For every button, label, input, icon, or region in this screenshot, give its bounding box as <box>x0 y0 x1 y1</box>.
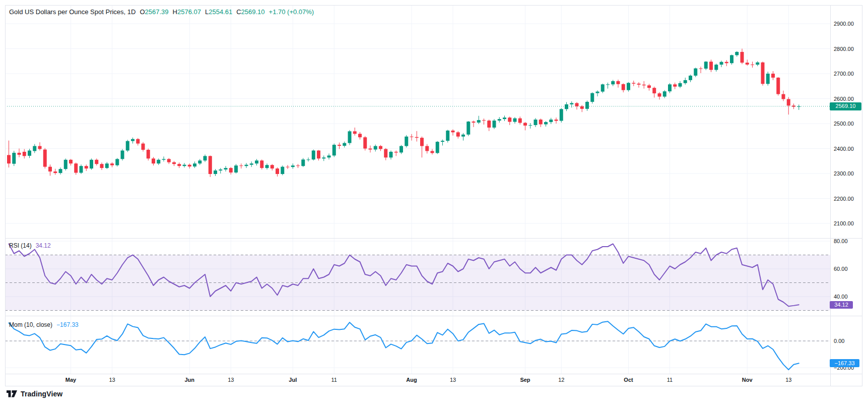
change-value: +1.70 (+0.07%) <box>269 8 314 16</box>
tradingview-logo-icon <box>7 390 17 397</box>
tradingview-watermark[interactable]: TradingView <box>7 390 62 398</box>
symbol-legend: Gold US Dollars per Ounce Spot Prices, 1… <box>9 8 314 16</box>
mom-indicator-value: −167.33 <box>56 321 79 328</box>
last-price-badge: 2569.10 <box>830 102 861 110</box>
rsi-indicator-label[interactable]: RSI (14) 34.12 <box>9 242 51 249</box>
mom-indicator-name: Mom (10, close) <box>9 321 52 328</box>
rsi-indicator-name: RSI (14) <box>9 242 32 249</box>
trading-chart-window: 2900.002800.002700.002600.002500.002400.… <box>0 0 868 405</box>
chart-canvas[interactable] <box>0 0 868 405</box>
ohlc-open: O2567.39 <box>140 8 168 16</box>
gridlines <box>5 5 830 374</box>
ohlc-low: L2554.61 <box>205 8 232 16</box>
candlestick-series <box>7 49 800 177</box>
chart-border <box>6 6 862 386</box>
mom-value-badge: −167.33 <box>830 359 859 367</box>
tradingview-brand-text: TradingView <box>21 390 62 398</box>
ohlc-high: H2576.07 <box>173 8 201 16</box>
mom-line <box>9 321 799 370</box>
mom-indicator-label[interactable]: Mom (10, close) −167.33 <box>9 321 79 328</box>
symbol-title[interactable]: Gold US Dollars per Ounce Spot Prices, 1… <box>9 8 136 16</box>
rsi-value-badge: 34.12 <box>830 301 853 309</box>
rsi-indicator-value: 34.12 <box>36 242 51 249</box>
ohlc-close: C2569.10 <box>236 8 264 16</box>
